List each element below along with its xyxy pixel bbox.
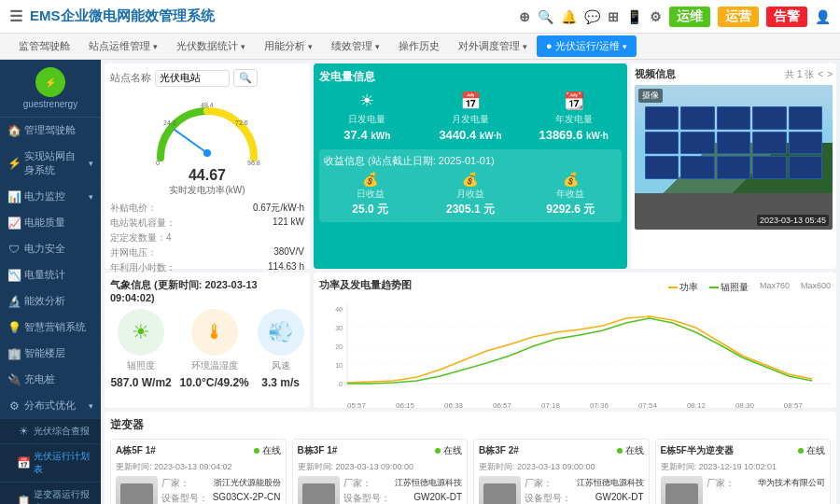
avatar-icon[interactable]: 👤 [815,9,831,24]
tab-pv-stats[interactable]: 光伏数据统计 ▾ [167,35,255,57]
nav-tabs: 监管驾驶舱 站点运维管理 ▾ 光伏数据统计 ▾ 用能分析 ▾ 绩效管理 ▾ 操作… [0,34,840,60]
svg-point-1 [203,149,211,157]
sidebar-item-power-quality[interactable]: 📈 电能质量 [0,210,101,236]
svg-text:0: 0 [156,160,160,166]
sidebar-item-efficiency[interactable]: 🔬 能效分析 [0,288,101,315]
monthly-earn-value: 2305.1 元 [446,202,495,217]
business-button[interactable]: 运营 [718,7,759,27]
sidebar-item-power-stats[interactable]: 📉 电量统计 [0,262,101,288]
inv-title-b3f2: B栋3F 2# [479,444,519,457]
sidebar-item-label: 电能质量 [24,216,65,230]
inv-image-a5f1 [116,476,158,504]
message-icon[interactable]: 💬 [584,9,600,24]
main-layout: ⚡ guestrenergy 🏠 管理驾驶舱 ⚡ 实现站网自身系统 ▾ 📊 电力… [0,60,840,504]
menu-icon[interactable]: ☰ [9,7,22,25]
sidebar-item-distributed[interactable]: ⚙ 分布式优化 ▾ [0,393,101,419]
search-icon[interactable]: 🔍 [538,9,553,24]
station-name-input[interactable] [155,70,230,87]
sidebar-item-network[interactable]: ⚡ 实现站网自身系统 ▾ [0,144,101,184]
monitor-page-info: 共 1 张 [785,68,814,81]
phone-icon[interactable]: 📱 [626,9,642,24]
svg-text:24.2: 24.2 [163,119,176,126]
inv-manufacturer-row: 厂家： 浙江光伏源能股份 [161,476,281,491]
inv-body-b3f2: 厂家： 江苏恒德电源科技 设备型号： GW20K-DT 状态： 运行中 [479,476,644,504]
tab-performance[interactable]: 绩效管理 ▾ [322,35,389,57]
sidebar-item-label: 智慧营销系统 [24,320,86,334]
marketing-icon: 💡 [7,321,21,334]
inverter-report-icon: 📋 [17,495,30,504]
station-info-supplement: 补贴电价： 0.67元/kW·h [110,201,304,216]
camera-timestamp: 2023-03-13 05:45 [757,215,829,226]
inv-details-a5f1: 厂家： 浙江光伏源能股份 设备型号： SG03CX-2P-CN 状态： 运行中 [161,476,281,504]
annual-gen-icon: 📆 [564,91,584,111]
inv-image-b3f2 [479,476,521,504]
tab-dashboard[interactable]: 监管驾驶舱 [9,35,79,57]
inv-image-e5f [661,476,703,504]
sidebar-item-pv-plan[interactable]: 📅 光伏运行计划表 [0,444,101,483]
tab-pv-ops[interactable]: ● 光伏运行/运维 ▾ [537,35,637,57]
station-name-box: 站点名称 🔍 [110,69,258,87]
wind-label: 风速 [272,359,290,372]
status-text-a5f1: 在线 [262,444,281,457]
inv-image-b3f1 [298,476,340,504]
sidebar-item-ev[interactable]: 🔌 充电桩 [0,367,101,393]
safety-icon: 🛡 [7,243,21,256]
station-search-button[interactable]: 🔍 [233,69,258,87]
top-icons: ⊕ 🔍 🔔 💬 ⊞ 📱 ⚙ 运维 运营 告警 👤 [519,7,831,27]
svg-text:10: 10 [335,362,343,369]
temperature-value: 10.0°C/49.2% [180,376,249,389]
gauge-value: 44.67 [189,167,226,184]
inv-status-e5f: 在线 [798,444,825,457]
chart-panel: 功率及发电量趋势图 功率 辐照量 Max760 Max600 [314,273,836,408]
pv-report-icon: ☀ [17,425,30,438]
capacity-label: 电站装机容量： [110,217,175,230]
inv-status-b3f2: 在线 [617,444,644,457]
sidebar-item-power-safety[interactable]: 🛡 电力安全 [0,236,101,262]
inv-body-e5f: 厂家： 华为技术有限公司 [661,476,826,504]
inv-timestamp-a5f1: 更新时间: 2023-03-13 09:04:02 [116,461,281,473]
operations-button[interactable]: 运维 [669,7,710,27]
inv-title-b3f1: B栋3F 1# [298,444,338,457]
sidebar-item-inverter-report[interactable]: 📋 逆变器运行报表 [0,483,101,504]
earnings-row: 💰 日收益 25.0 元 💰 月收益 2305.1 元 💰 年收益 [324,172,617,217]
status-dot-e5f [798,448,804,454]
station-info-voltage: 并网电压： 380V/V [110,245,304,260]
inv-header-e5f: E栋5F半为逆变器 在线 [661,444,826,457]
monitor-icon: 📊 [7,190,21,203]
chart-area: 0 10 20 30 40 05:5706:1506:3306:5707:180… [319,300,831,402]
temperature-label: 环境温湿度 [191,359,238,372]
sidebar-item-label: 智能楼层 [24,346,65,360]
inv-model-row: 设备型号： GW20K-DT [343,491,463,504]
monthly-gen-value: 3440.4 kW·h [439,128,501,142]
grid-icon[interactable]: ⊞ [608,9,619,24]
svg-text:72.6: 72.6 [235,119,248,126]
status-dot-b3f2 [617,448,623,454]
daily-gen-value: 37.4 kWh [343,128,390,142]
sidebar-item-floor[interactable]: 🏢 智能楼层 [0,341,101,367]
sidebar-item-pv-report[interactable]: ☀ 光伏综合查报 [0,419,101,444]
sidebar-item-dashboard[interactable]: 🏠 管理驾驶舱 [0,118,101,144]
tab-history[interactable]: 操作历史 [389,35,449,57]
gear-icon[interactable]: ⚙ [650,9,662,24]
nav-prev-button[interactable]: < [818,69,823,79]
tab-station-ops[interactable]: 站点运维管理 ▾ [79,35,167,57]
sidebar-item-label: 分布式优化 [24,399,76,413]
sidebar-item-marketing[interactable]: 💡 智慧营销系统 [0,315,101,341]
weather-item-temperature: 🌡 环境温湿度 10.0°C/49.2% [180,309,249,389]
inv-details-b3f1: 厂家： 江苏恒德电源科技 设备型号： GW20K-DT 状态： 运行中 [343,476,463,504]
weather-panel-title: 气象信息 (更新时间: 2023-03-13 09:04:02) [110,278,304,303]
nav-next-button[interactable]: > [827,69,833,79]
svg-text:0: 0 [339,381,343,387]
tab-energy-analysis[interactable]: 用能分析 ▾ [255,35,322,57]
inv-model-row: 设备型号： GW20K-DT [525,491,644,504]
inv-timestamp-b3f1: 更新时间: 2023-03-13 09:00:00 [298,461,463,473]
bell-icon[interactable]: 🔔 [561,9,577,24]
tab-dispatch[interactable]: 对外调度管理 ▾ [449,35,537,57]
camera-label: 摄像 [638,89,663,103]
user-icon[interactable]: ⊕ [519,9,530,24]
sidebar-item-power-monitor[interactable]: 📊 电力监控 ▾ [0,184,101,210]
daily-gen-label: 日发电量 [348,113,385,126]
alarm-button[interactable]: 告警 [766,7,807,27]
earn-daily: 💰 日收益 25.0 元 [324,172,416,217]
annual-gen-value: 13869.6 kW·h [539,128,609,142]
